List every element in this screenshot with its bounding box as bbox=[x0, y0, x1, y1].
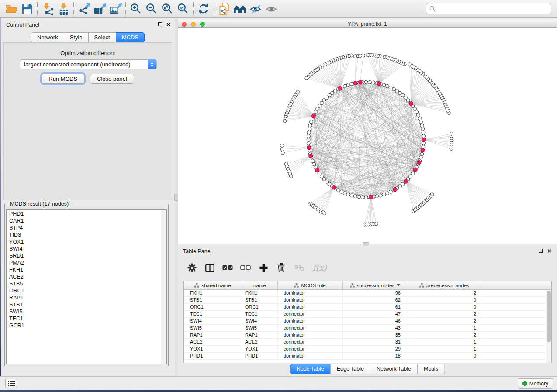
network-node[interactable] bbox=[280, 144, 284, 148]
network-node[interactable] bbox=[382, 193, 386, 196]
mcds-hub-node[interactable] bbox=[307, 146, 311, 150]
network-node[interactable] bbox=[307, 134, 310, 138]
tab-select[interactable]: Select bbox=[88, 32, 116, 43]
table-cell[interactable]: 43 bbox=[343, 325, 408, 331]
network-node[interactable] bbox=[359, 54, 362, 58]
tab-motifs[interactable]: Motifs bbox=[417, 364, 445, 374]
network-node[interactable] bbox=[450, 132, 453, 135]
network-node[interactable] bbox=[419, 156, 423, 159]
settings-gear-icon[interactable] bbox=[187, 261, 197, 274]
network-graph[interactable] bbox=[178, 28, 557, 244]
close-panel-icon[interactable]: × bbox=[166, 22, 170, 26]
table-cell[interactable]: PHD1 bbox=[242, 353, 278, 359]
network-node[interactable] bbox=[318, 104, 321, 107]
network-node[interactable] bbox=[422, 131, 425, 134]
search-input[interactable] bbox=[426, 3, 551, 14]
table-cell[interactable]: 2 bbox=[408, 332, 481, 338]
table-cell[interactable]: connector bbox=[278, 346, 343, 352]
network-node[interactable] bbox=[389, 86, 392, 89]
network-node[interactable] bbox=[350, 194, 353, 197]
table-cell[interactable]: 61 bbox=[343, 304, 408, 310]
create-column-icon[interactable] bbox=[258, 261, 269, 274]
table-cell[interactable]: 62 bbox=[343, 297, 408, 303]
network-node[interactable] bbox=[307, 131, 311, 134]
mcds-result-item[interactable]: STB1 bbox=[9, 301, 166, 308]
mcds-hub-node[interactable] bbox=[393, 187, 397, 191]
tab-network-table[interactable]: Network Table bbox=[370, 364, 418, 374]
network-node[interactable] bbox=[392, 87, 396, 91]
network-node[interactable] bbox=[411, 172, 415, 175]
network-node[interactable] bbox=[336, 189, 340, 192]
select-all-rows-icon[interactable] bbox=[222, 261, 233, 274]
network-node[interactable] bbox=[289, 175, 293, 178]
zoom-fit-icon[interactable] bbox=[159, 1, 175, 16]
table-cell[interactable]: connector bbox=[278, 325, 343, 331]
table-cell[interactable]: dominator bbox=[278, 297, 343, 303]
table-cell[interactable]: STB1 bbox=[242, 297, 278, 303]
network-node[interactable] bbox=[361, 196, 364, 199]
mcds-result-item[interactable]: PMA2 bbox=[9, 259, 166, 266]
network-node[interactable] bbox=[343, 192, 346, 195]
column-header-shared-name[interactable]: shared name bbox=[184, 281, 242, 289]
network-node[interactable] bbox=[422, 134, 426, 138]
network-node[interactable] bbox=[281, 151, 284, 155]
network-node[interactable] bbox=[422, 141, 426, 145]
float-panel-icon[interactable] bbox=[539, 249, 543, 253]
network-node[interactable] bbox=[379, 194, 382, 197]
mcds-hub-node[interactable] bbox=[311, 114, 315, 118]
network-node[interactable] bbox=[366, 53, 369, 57]
table-cell[interactable]: 0 bbox=[408, 304, 481, 310]
network-node[interactable] bbox=[283, 119, 287, 123]
export-table-icon[interactable] bbox=[92, 1, 107, 16]
network-node[interactable] bbox=[415, 110, 419, 113]
tab-node-table[interactable]: Node Table bbox=[290, 364, 331, 374]
table-cell[interactable]: TEC1 bbox=[242, 311, 278, 317]
network-node[interactable] bbox=[357, 195, 361, 199]
result-list-scrollbar[interactable] bbox=[161, 210, 166, 364]
first-neighbors-icon[interactable] bbox=[232, 1, 248, 16]
mcds-result-item[interactable]: PHD1 bbox=[9, 210, 166, 217]
mcds-result-item[interactable]: FKH1 bbox=[9, 266, 166, 273]
table-cell[interactable]: 0 bbox=[408, 297, 481, 303]
table-cell[interactable]: SWI4 bbox=[184, 318, 242, 324]
table-cell[interactable]: connector bbox=[278, 339, 343, 345]
table-cell[interactable]: TEC1 bbox=[184, 311, 242, 317]
network-node[interactable] bbox=[421, 127, 425, 131]
network-node[interactable] bbox=[343, 84, 346, 88]
export-image-icon[interactable] bbox=[107, 1, 123, 16]
network-node[interactable] bbox=[316, 107, 319, 110]
mcds-result-item[interactable]: RAP1 bbox=[9, 294, 166, 301]
network-node[interactable] bbox=[364, 196, 368, 199]
mcds-hub-node[interactable] bbox=[353, 81, 357, 85]
table-cell[interactable]: 2 bbox=[408, 311, 481, 317]
network-node[interactable] bbox=[372, 81, 375, 84]
network-node[interactable] bbox=[398, 91, 402, 95]
mcds-hub-node[interactable] bbox=[309, 154, 313, 158]
network-node[interactable] bbox=[395, 89, 399, 93]
network-node[interactable] bbox=[314, 110, 317, 113]
mcds-result-item[interactable]: SWI4 bbox=[9, 245, 166, 252]
network-node[interactable] bbox=[323, 212, 326, 215]
show-all-icon[interactable] bbox=[263, 1, 279, 16]
column-header-MCDS-role[interactable]: MCDS role bbox=[278, 281, 343, 289]
table-cell[interactable]: ORC1 bbox=[184, 304, 242, 310]
table-cell[interactable]: ACE2 bbox=[242, 339, 278, 345]
tab-network[interactable]: Network bbox=[31, 32, 64, 43]
network-node[interactable] bbox=[389, 190, 392, 193]
network-node[interactable] bbox=[364, 80, 368, 84]
network-node[interactable] bbox=[416, 113, 420, 117]
network-node[interactable] bbox=[375, 222, 378, 226]
network-canvas[interactable] bbox=[178, 28, 557, 244]
mcds-result-item[interactable]: GCR1 bbox=[9, 322, 166, 329]
refresh-layout-icon[interactable] bbox=[196, 1, 211, 16]
table-cell[interactable]: dominator bbox=[278, 353, 343, 359]
mcds-result-item[interactable]: SWI5 bbox=[9, 308, 166, 315]
mcds-result-item[interactable]: TID3 bbox=[9, 231, 166, 238]
float-panel-icon[interactable] bbox=[158, 22, 162, 26]
table-cell[interactable]: dominator bbox=[278, 290, 343, 296]
network-node[interactable] bbox=[308, 124, 312, 127]
column-header-predecessor-nodes[interactable]: predecessor nodes bbox=[408, 281, 481, 289]
delete-columns-icon[interactable] bbox=[276, 261, 287, 274]
network-node[interactable] bbox=[420, 124, 424, 127]
mcds-result-item[interactable]: ORC1 bbox=[9, 287, 166, 294]
